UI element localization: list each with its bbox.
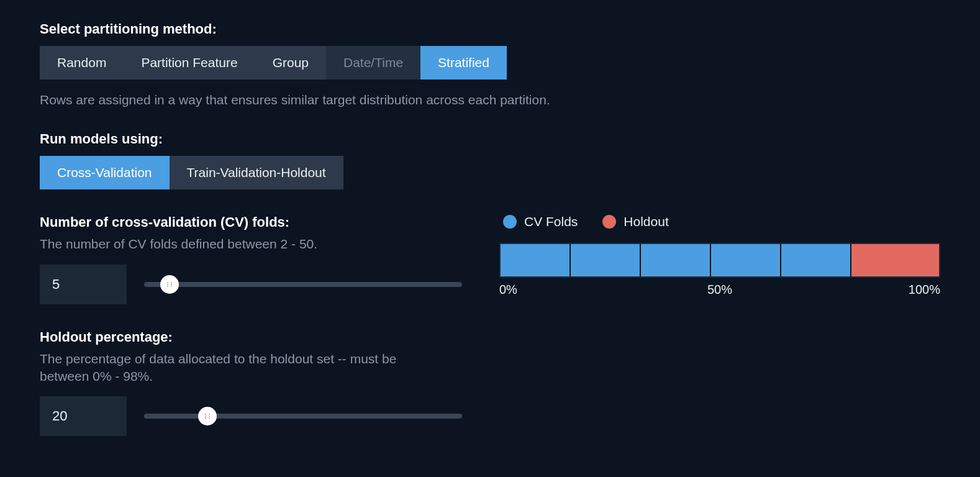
cv-folds-field: Number of cross-validation (CV) folds: T… [40,214,462,304]
svg-point-1 [171,282,172,283]
legend-cv-label: CV Folds [524,214,578,229]
svg-point-9 [209,416,210,417]
grip-icon [166,281,173,288]
slider-track [144,282,462,287]
svg-point-4 [167,286,168,287]
partition-method-description: Rows are assigned in a way that ensures … [40,91,940,109]
holdout-title: Holdout percentage: [40,329,462,345]
viz-cv-fold [571,244,641,276]
legend-swatch-holdout [602,215,616,229]
viz-cv-fold [781,244,851,276]
viz-tick-50: 50% [707,283,732,297]
holdout-slider[interactable] [144,404,462,429]
viz-cv-fold [501,244,571,276]
svg-point-8 [205,416,206,417]
cv-folds-slider[interactable] [144,272,462,297]
partition-method-tabs: Random Partition Feature Group Date/Time… [40,46,940,80]
run-mode-tab-cross-validation[interactable]: Cross-Validation [40,156,170,189]
viz-holdout-segment [851,244,939,276]
partition-tab-datetime: Date/Time [326,46,420,80]
viz-tick-0: 0% [499,283,517,297]
holdout-field: Holdout percentage: The percentage of da… [40,329,462,437]
partition-viz-bar [499,243,940,278]
viz-tick-100: 100% [909,283,940,297]
partition-tab-random[interactable]: Random [40,46,124,80]
viz-cv-fold [711,244,781,276]
partition-tab-partition-feature[interactable]: Partition Feature [124,46,255,80]
svg-point-5 [171,286,172,287]
partition-method-label: Select partitioning method: [40,21,940,37]
slider-thumb[interactable] [198,407,217,425]
run-mode-tab-tvh[interactable]: Train-Validation-Holdout [170,156,343,189]
partition-viz-legend: CV Folds Holdout [499,214,940,229]
grip-icon [204,413,211,419]
svg-point-2 [167,284,168,285]
cv-folds-description: The number of CV folds defined between 2… [40,235,425,253]
partition-tab-group[interactable]: Group [255,46,326,80]
run-mode-tabs: Cross-Validation Train-Validation-Holdou… [40,156,940,189]
run-mode-label: Run models using: [40,131,940,147]
svg-point-10 [205,417,206,419]
holdout-description: The percentage of data allocated to the … [40,350,425,386]
legend-holdout: Holdout [602,214,668,229]
svg-point-7 [209,414,210,415]
svg-point-0 [167,282,168,283]
legend-cv-folds: CV Folds [503,214,578,229]
svg-point-11 [209,417,210,419]
cv-folds-title: Number of cross-validation (CV) folds: [40,214,462,230]
slider-track [144,414,462,419]
holdout-input[interactable] [40,396,127,436]
svg-point-3 [171,284,172,285]
svg-point-6 [205,414,206,415]
partition-tab-stratified[interactable]: Stratified [420,46,507,80]
slider-thumb[interactable] [160,275,179,294]
legend-swatch-cv [503,215,517,229]
viz-cv-fold [641,244,711,276]
legend-holdout-label: Holdout [624,214,668,229]
cv-folds-input[interactable] [40,265,127,304]
